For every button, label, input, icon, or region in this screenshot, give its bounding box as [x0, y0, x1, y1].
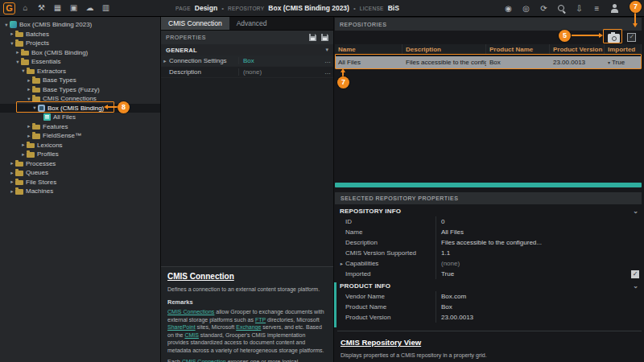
grid-row-name[interactable]: NameAll Files [338, 227, 642, 237]
column-header-product-version[interactable]: Product Version [550, 44, 605, 54]
run-icon[interactable]: ◉ [503, 2, 514, 15]
tree-expand-icon[interactable]: ▸ [20, 142, 27, 148]
tree-item-box-cmis-binding[interactable]: ▸Box (CMIS Binding) [0, 48, 160, 58]
group-header-product-info[interactable]: PRODUCT INFO⌄ [338, 281, 642, 291]
help-link[interactable]: CMIS Connections [167, 309, 214, 315]
property-row-connection-settings[interactable]: ▸Connection SettingsBox… [161, 56, 333, 67]
tree-expand-icon[interactable]: ▸ [14, 49, 21, 56]
grid-row-product-name[interactable]: Product NameBox [338, 302, 642, 312]
stores-icon[interactable]: ▣ [68, 2, 79, 14]
user-icon[interactable] [609, 2, 620, 15]
tree-collapse-icon[interactable]: ▾ [3, 22, 10, 28]
snapshot-camera-icon[interactable] [608, 34, 620, 43]
tree-item-box-cmis-binding-2023[interactable]: ▾Box (CMIS Binding 2023) [0, 20, 160, 30]
repo-table-row[interactable]: All FilesFiles accessible to the configu… [335, 56, 642, 68]
property-row-description[interactable]: Description(none)… [161, 67, 333, 78]
help-link[interactable]: CMIS Connection [182, 359, 226, 362]
tree-item-lexicons[interactable]: ▸Lexicons [0, 141, 160, 150]
tree-collapse-icon[interactable]: ▾ [26, 96, 32, 102]
tree-item-machines[interactable]: ▸Machines [0, 187, 160, 196]
group-header-repository-info[interactable]: REPOSITORY INFO⌄ [338, 206, 642, 216]
home-icon[interactable]: ⌂ [20, 2, 31, 14]
expand-icon[interactable]: ▸ [161, 58, 169, 64]
tree-expand-icon[interactable]: ▸ [9, 179, 15, 185]
save-all-icon[interactable] [321, 34, 328, 41]
grooper-logo-icon[interactable]: G [3, 2, 15, 14]
tree-expand-icon[interactable]: ▸ [9, 188, 15, 195]
tree-item-base-types[interactable]: ▸Base Types [0, 76, 160, 85]
tree-item-base-types-fuzzy[interactable]: ▸Base Types (Fuzzy) [0, 85, 160, 95]
tree-item-essentials[interactable]: ▾Essentials [0, 57, 160, 67]
tab-cmis-connection[interactable]: CMIS Connection [161, 17, 229, 30]
tree-item-projects[interactable]: ▾Projects [0, 39, 160, 48]
grid-row-description[interactable]: DescriptionFiles accessible to the confi… [338, 237, 642, 248]
tree-expand-icon[interactable]: ▸ [9, 31, 15, 37]
tree-collapse-icon[interactable]: ▾ [31, 105, 38, 111]
vertical-scrollbar-thumb[interactable] [334, 282, 336, 327]
grid-row-capabilities[interactable]: ▸Capabilities(none) [338, 258, 642, 269]
help-link[interactable]: FTP [255, 317, 266, 323]
search-icon[interactable] [556, 2, 567, 15]
stats-icon[interactable]: ▥ [101, 2, 111, 14]
tree-expand-icon[interactable]: ▸ [26, 77, 32, 84]
refresh-icon[interactable]: ⟳ [539, 2, 549, 15]
row-cell-product-name: Box [486, 56, 550, 68]
ellipsis-button[interactable]: … [322, 68, 333, 76]
stop-icon[interactable]: ◎ [521, 2, 531, 15]
column-header-imported[interactable]: Imported [605, 44, 642, 54]
collapse-icon[interactable]: ⌄ [633, 282, 638, 290]
tree-collapse-icon[interactable]: ▾ [20, 68, 27, 74]
repository-value[interactable]: Box (CMIS Binding 2023) [268, 4, 349, 12]
tree-collapse-icon[interactable]: ▾ [9, 40, 15, 47]
tree-item-batches[interactable]: ▸Batches [0, 30, 160, 39]
tree-expand-icon[interactable]: ▸ [9, 170, 15, 176]
grid-row-product-version[interactable]: Product Version23.00.0013 [338, 312, 642, 323]
import-repository-icon[interactable] [627, 33, 636, 42]
tools-icon[interactable]: ⚒ [36, 2, 47, 14]
horizontal-scrollbar[interactable] [335, 183, 642, 187]
tree-item-cmis-connections[interactable]: ▾CMIS Connections [0, 94, 160, 104]
folder-icon [32, 134, 40, 139]
imported-checkbox[interactable]: ✓ [631, 270, 639, 278]
tree-item-features[interactable]: ▸Features [0, 122, 160, 132]
save-icon[interactable] [309, 34, 316, 41]
tree-item-file-stores[interactable]: ▸File Stores [0, 178, 160, 187]
grid-row-cmis-version-supported[interactable]: CMIS Version Supported1.1 [338, 248, 642, 258]
topbar-left-icons: ⌂⚒▦▣☁▥ [20, 2, 111, 14]
help-link[interactable]: Exchange [236, 324, 261, 330]
expand-icon[interactable]: ▸ [338, 261, 345, 267]
column-header-name[interactable]: Name [335, 44, 402, 54]
tree-item-all-files[interactable]: All Files [0, 113, 160, 122]
tree-item-processes[interactable]: ▸Processes [0, 159, 160, 169]
tree-item-queues[interactable]: ▸Queues [0, 168, 160, 178]
tree-item-fieldsense[interactable]: ▸FieldSense™ [0, 131, 160, 141]
tree-item-box-cmis-binding[interactable]: ▾Box (CMIS Binding) [0, 104, 160, 113]
tree-collapse-icon[interactable]: ▾ [14, 59, 21, 65]
column-header-product-name[interactable]: Product Name [486, 44, 550, 54]
help-link[interactable]: CMIS [184, 332, 199, 338]
tree-expand-icon[interactable]: ▸ [26, 123, 32, 130]
filter-dropdown-icon[interactable]: ▾ [608, 60, 610, 65]
download-icon[interactable]: ⇩ [574, 2, 584, 15]
cloud-icon[interactable]: ☁ [85, 2, 95, 14]
tree-expand-icon[interactable]: ▸ [26, 86, 32, 93]
grid-row-id[interactable]: ID0 [338, 216, 642, 227]
page-value[interactable]: Design [195, 4, 217, 12]
grid-row-imported[interactable]: ImportedTrue✓ [338, 269, 642, 279]
general-section-header[interactable]: GENERAL ▾ [161, 44, 333, 56]
stack-icon[interactable]: ≡ [592, 2, 602, 15]
tree-expand-icon[interactable]: ▸ [9, 160, 15, 167]
collapse-general-icon[interactable]: ▾ [325, 47, 328, 53]
tree-item-profiles[interactable]: ▸Profiles [0, 150, 160, 159]
column-header-description[interactable]: Description [402, 44, 486, 54]
help-link[interactable]: SharePoint [167, 324, 196, 330]
tree-item-label: CMIS Connections [43, 95, 97, 102]
tree-expand-icon[interactable]: ▸ [26, 133, 32, 139]
grid-row-vendor-name[interactable]: Vendor NameBox.com [338, 291, 642, 302]
tree-expand-icon[interactable]: ▸ [20, 151, 27, 158]
tab-advanced[interactable]: Advanced [229, 17, 275, 30]
tree-item-extractors[interactable]: ▾Extractors [0, 67, 160, 76]
collapse-icon[interactable]: ⌄ [633, 208, 638, 215]
batches-icon[interactable]: ▦ [52, 2, 63, 14]
ellipsis-button[interactable]: … [322, 57, 333, 64]
